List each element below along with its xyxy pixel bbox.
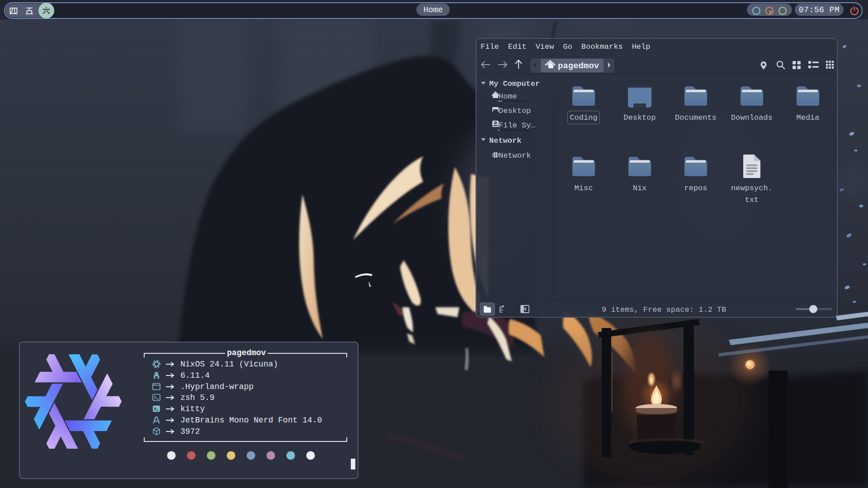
svg-text:9 items, Free space: 1.2 TB: 9 items, Free space: 1.2 TB xyxy=(602,305,726,314)
svg-text:pagedmov: pagedmov xyxy=(558,61,599,71)
svg-text:File Sy…: File Sy… xyxy=(499,121,536,130)
svg-text:Network: Network xyxy=(499,151,531,160)
svg-text:My Computer: My Computer xyxy=(489,80,540,88)
svg-text:Network: Network xyxy=(489,136,521,145)
svg-text:Desktop: Desktop xyxy=(499,107,531,115)
svg-text:Home: Home xyxy=(499,92,517,101)
